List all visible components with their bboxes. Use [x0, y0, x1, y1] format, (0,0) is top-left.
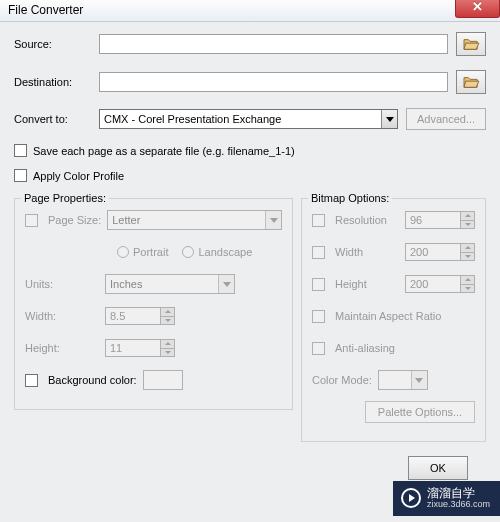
portrait-label: Portrait	[133, 246, 168, 258]
spinner-up-icon	[160, 308, 174, 316]
spinner-up-icon	[460, 244, 474, 252]
background-color-checkbox[interactable]	[25, 374, 38, 387]
maintain-aspect-label: Maintain Aspect Ratio	[335, 310, 441, 322]
spinner-down-icon	[460, 220, 474, 229]
apply-color-profile-checkbox[interactable]	[14, 169, 27, 182]
browse-source-button[interactable]	[456, 32, 486, 56]
bitmap-height-value: 200	[410, 278, 428, 290]
color-mode-dropdown	[378, 370, 428, 390]
bitmap-height-checkbox	[312, 278, 325, 291]
dialog-content: Source: Destination: Convert to: CMX - C…	[0, 22, 500, 490]
titlebar: File Converter ✕	[0, 0, 500, 22]
spinner-up-icon	[460, 212, 474, 220]
spinner-down-icon	[160, 316, 174, 325]
chevron-down-icon	[265, 211, 281, 229]
landscape-radio	[182, 246, 194, 258]
folder-open-icon	[462, 75, 480, 89]
landscape-label: Landscape	[198, 246, 252, 258]
width-label: Width:	[25, 310, 105, 322]
destination-input[interactable]	[99, 72, 448, 92]
advanced-button[interactable]: Advanced...	[406, 108, 486, 130]
bitmap-height-spinner: 200	[405, 275, 475, 293]
chevron-down-icon	[218, 275, 234, 293]
destination-label: Destination:	[14, 76, 99, 88]
resolution-value: 96	[410, 214, 422, 226]
units-dropdown: Inches	[105, 274, 235, 294]
bitmap-options-legend: Bitmap Options:	[308, 192, 392, 204]
source-label: Source:	[14, 38, 99, 50]
convert-format-value: CMX - Corel Presentation Exchange	[104, 113, 281, 125]
spinner-down-icon	[460, 252, 474, 261]
folder-open-icon	[462, 37, 480, 51]
units-value: Inches	[110, 278, 142, 290]
resolution-spinner: 96	[405, 211, 475, 229]
page-properties-legend: Page Properties:	[21, 192, 109, 204]
spinner-down-icon	[460, 284, 474, 293]
apply-color-profile-label: Apply Color Profile	[33, 170, 124, 182]
page-size-value: Letter	[112, 214, 140, 226]
landscape-radio-wrapper: Landscape	[182, 246, 252, 258]
palette-options-button: Palette Options...	[365, 401, 475, 423]
watermark-url: zixue.3d66.com	[427, 500, 490, 510]
portrait-radio-wrapper: Portrait	[117, 246, 168, 258]
width-value: 8.5	[110, 310, 125, 322]
bitmap-width-spinner: 200	[405, 243, 475, 261]
ok-button[interactable]: OK	[408, 456, 468, 480]
page-size-checkbox	[25, 214, 38, 227]
close-button[interactable]: ✕	[455, 0, 500, 18]
page-size-dropdown: Letter	[107, 210, 282, 230]
bitmap-width-label: Width	[335, 246, 405, 258]
page-properties-group: Page Properties: Page Size: Letter Portr…	[14, 198, 293, 410]
height-value: 11	[110, 342, 122, 354]
color-mode-label: Color Mode:	[312, 374, 372, 386]
save-each-page-checkbox[interactable]	[14, 144, 27, 157]
window-title: File Converter	[8, 3, 83, 17]
source-input[interactable]	[99, 34, 448, 54]
spinner-down-icon	[160, 348, 174, 357]
height-spinner: 11	[105, 339, 175, 357]
play-icon	[401, 488, 421, 508]
width-spinner: 8.5	[105, 307, 175, 325]
convert-to-label: Convert to:	[14, 113, 99, 125]
antialiasing-checkbox	[312, 342, 325, 355]
save-each-page-label: Save each page as a separate file (e.g. …	[33, 145, 295, 157]
background-color-label: Background color:	[48, 374, 137, 386]
chevron-down-icon	[411, 371, 427, 389]
height-label: Height:	[25, 342, 105, 354]
bitmap-width-value: 200	[410, 246, 428, 258]
bitmap-width-checkbox	[312, 246, 325, 259]
resolution-label: Resolution	[335, 214, 405, 226]
background-color-swatch	[143, 370, 183, 390]
units-label: Units:	[25, 278, 105, 290]
bitmap-height-label: Height	[335, 278, 405, 290]
antialiasing-label: Anti-aliasing	[335, 342, 395, 354]
chevron-down-icon	[381, 110, 397, 128]
browse-destination-button[interactable]	[456, 70, 486, 94]
bitmap-options-group: Bitmap Options: Resolution 96 Width 200 …	[301, 198, 486, 442]
portrait-radio	[117, 246, 129, 258]
resolution-checkbox	[312, 214, 325, 227]
spinner-up-icon	[160, 340, 174, 348]
convert-format-dropdown[interactable]: CMX - Corel Presentation Exchange	[99, 109, 398, 129]
watermark: 溜溜自学 zixue.3d66.com	[393, 481, 500, 516]
page-size-label: Page Size:	[48, 214, 101, 226]
maintain-aspect-checkbox	[312, 310, 325, 323]
spinner-up-icon	[460, 276, 474, 284]
